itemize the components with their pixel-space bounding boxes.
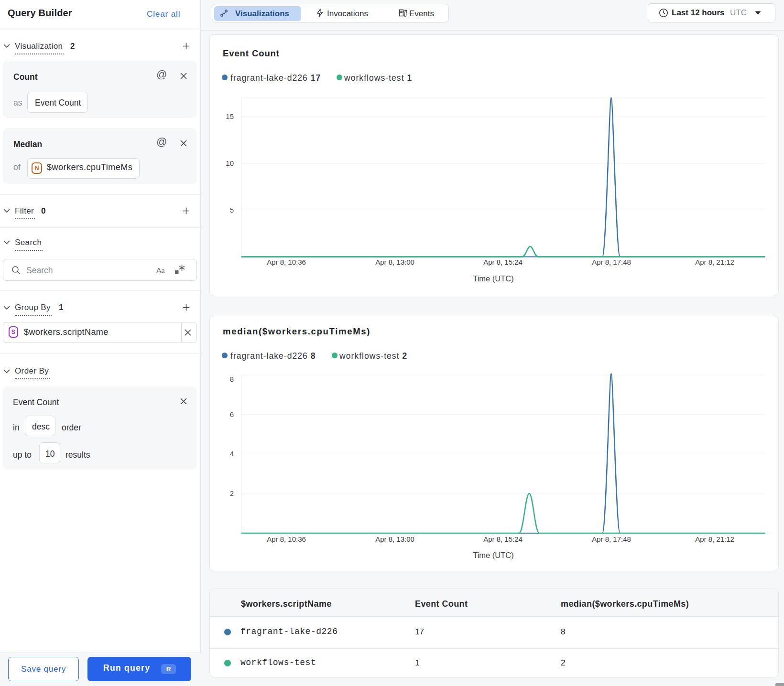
svg-text:Apr 8, 17:48: Apr 8, 17:48 (592, 258, 631, 266)
svg-text:Apr 8, 17:48: Apr 8, 17:48 (592, 535, 631, 543)
svg-text:Time (UTC): Time (UTC) (473, 274, 514, 283)
svg-text:4: 4 (230, 450, 234, 458)
svg-text:8: 8 (230, 375, 234, 383)
svg-text:5: 5 (230, 206, 234, 214)
svg-text:Apr 8, 15:24: Apr 8, 15:24 (483, 535, 523, 543)
svg-text:Apr 8, 15:24: Apr 8, 15:24 (483, 258, 523, 266)
svg-text:Apr 8, 10:36: Apr 8, 10:36 (267, 535, 306, 543)
svg-text:Apr 8, 21:12: Apr 8, 21:12 (695, 258, 734, 266)
svg-text:6: 6 (230, 410, 234, 418)
svg-text:Apr 8, 13:00: Apr 8, 13:00 (375, 258, 414, 266)
svg-text:10: 10 (226, 159, 234, 167)
svg-text:15: 15 (226, 112, 234, 120)
svg-text:Time (UTC): Time (UTC) (473, 551, 514, 559)
svg-text:Apr 8, 21:12: Apr 8, 21:12 (695, 535, 734, 543)
svg-text:Apr 8, 10:36: Apr 8, 10:36 (267, 258, 306, 266)
svg-text:Apr 8, 13:00: Apr 8, 13:00 (375, 535, 414, 543)
svg-text:2: 2 (230, 489, 234, 497)
